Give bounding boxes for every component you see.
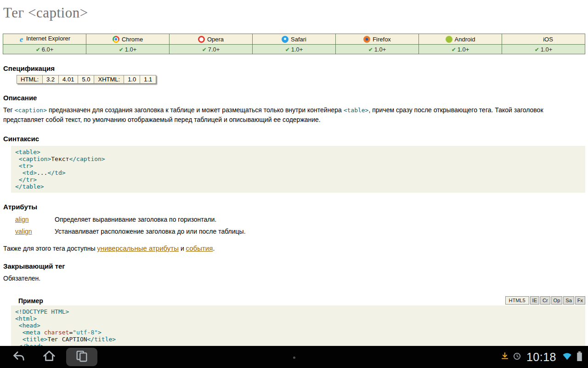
attribute-description: Определяет выравнивание заголовка по гор…: [55, 216, 216, 223]
note-text-part: Также для этого тега доступны: [3, 245, 97, 252]
link-universal-attributes[interactable]: универсальные атрибуты: [97, 244, 179, 252]
browser-name: iOS: [543, 36, 553, 43]
check-icon: ✔: [285, 46, 290, 53]
section-heading-example: Пример: [18, 297, 43, 305]
browser-header-chrome: Chrome: [86, 34, 170, 45]
home-button[interactable]: [34, 347, 64, 367]
inline-code-tag: <table>: [344, 107, 369, 114]
firefox-icon: [363, 36, 370, 43]
browser-header-safari: Safari: [253, 34, 336, 45]
spec-label: HTML:: [17, 75, 43, 84]
browser-header-android: Android: [419, 34, 502, 45]
example-code-block: <!DOCTYPE HTML><html> <head> <meta chars…: [11, 305, 585, 346]
browser-name: Firefox: [373, 36, 391, 43]
attributes-list: alignОпределяет выравнивание заголовка п…: [15, 216, 588, 235]
example-tab-ie[interactable]: IE: [530, 296, 539, 305]
specification-table: HTML:3.24.015.0XHTML:1.01.1: [17, 75, 156, 84]
version-label: 1.0+: [125, 46, 137, 53]
browser-versions-row: ✔6.0+✔1.0+✔7.0+✔1.0+✔1.0+✔1.0+✔1.0+: [3, 45, 585, 54]
version-label: 6.0+: [42, 46, 54, 53]
browser-names-row: Internet ExplorerChromeOperaSafariFirefo…: [3, 34, 585, 45]
syntax-code-line: <caption>Текст</caption>: [15, 155, 581, 162]
browser-version-ie: ✔6.0+: [3, 45, 86, 54]
syntax-code-line: <tr>: [15, 162, 581, 169]
nav-buttons: [0, 347, 97, 367]
browser-version-chrome: ✔1.0+: [86, 45, 170, 54]
version-label: 1.0+: [291, 46, 303, 53]
example-code-line: <title>Тег CAPTION</title>: [15, 336, 581, 343]
example-code-line: </head>: [15, 343, 581, 346]
browser-version-ios: ✔1.0+: [502, 45, 585, 54]
version-label: 1.0+: [374, 46, 386, 53]
section-heading-syntax: Синтаксис: [3, 135, 588, 143]
browser-version-safari: ✔1.0+: [253, 45, 336, 54]
browser-name: Safari: [291, 36, 306, 43]
recents-icon: [75, 349, 89, 365]
home-icon: [42, 349, 56, 365]
version-label: 7.0+: [208, 46, 220, 53]
spec-version: 4.01: [59, 75, 78, 84]
example-tabs: HTML5IECrOpSaFx: [504, 296, 585, 305]
page-scroll-area[interactable]: Тег <caption> Internet ExplorerChromeOpe…: [0, 0, 588, 346]
version-label: 1.0+: [541, 46, 553, 53]
browser-name: Internet Explorer: [26, 35, 70, 42]
inline-code-tag: <caption>: [15, 107, 47, 114]
status-clock: 10:18: [526, 351, 556, 364]
check-icon: ✔: [119, 46, 124, 53]
version-label: 1.0+: [458, 46, 469, 53]
note-text-part: и: [179, 245, 186, 252]
recents-button-highlight: [66, 348, 97, 366]
spec-label: XHTML:: [94, 75, 124, 84]
check-icon: ✔: [202, 46, 207, 53]
spec-version: 1.1: [140, 75, 156, 84]
spec-table-row: HTML:3.24.015.0XHTML:1.01.1: [17, 75, 156, 84]
apple-icon: [534, 36, 541, 43]
check-icon: ✔: [452, 46, 456, 53]
description-text-part: предназначен для создания заголовка к та…: [47, 106, 344, 114]
attr-link-valign[interactable]: valign: [15, 228, 55, 235]
example-code-line: <head>: [15, 322, 581, 329]
syntax-code-block: <table> <caption>Текст</caption> <tr> <t…: [11, 146, 585, 193]
page-title: Тег <caption>: [3, 5, 588, 21]
spec-version: 1.0: [124, 75, 140, 84]
browser-version-android: ✔1.0+: [419, 45, 502, 54]
example-code-line: <meta charset="utf-8">: [15, 329, 581, 336]
example-tab-op[interactable]: Op: [551, 296, 563, 305]
browser-header-ios: iOS: [502, 34, 585, 45]
check-icon: ✔: [36, 46, 40, 53]
browser-name: Chrome: [122, 36, 143, 43]
example-tab-sa[interactable]: Sa: [563, 296, 574, 305]
section-heading-description: Описание: [3, 94, 588, 102]
note-text-part: .: [213, 245, 215, 252]
browser-name: Opera: [207, 36, 224, 43]
section-heading-specification: Спецификация: [3, 64, 588, 72]
browser-version-firefox: ✔1.0+: [336, 45, 419, 54]
check-icon: ✔: [368, 46, 373, 53]
back-button[interactable]: [4, 347, 34, 367]
recents-button[interactable]: [68, 348, 95, 366]
example-tab-html5[interactable]: HTML5: [505, 296, 529, 305]
syntax-code-line: <table>: [15, 149, 581, 155]
example-code-line: <html>: [15, 315, 581, 322]
menu-dot-icon: [293, 356, 295, 359]
link-events[interactable]: события: [186, 244, 213, 252]
example-tab-cr[interactable]: Cr: [540, 296, 550, 305]
download-icon: [501, 352, 509, 362]
browser-header-ie: Internet Explorer: [3, 34, 86, 45]
clock-notification-icon: [513, 352, 521, 362]
browser-header-opera: Opera: [170, 34, 253, 45]
ie-icon: [19, 36, 24, 43]
status-area[interactable]: 10:18: [501, 351, 588, 364]
attr-link-align[interactable]: align: [15, 216, 55, 223]
syntax-code-line: </tr>: [15, 176, 581, 183]
example-tab-fx[interactable]: Fx: [575, 296, 585, 305]
description-text-part: Тег: [3, 106, 15, 114]
opera-icon: [198, 36, 205, 43]
attributes-note: Также для этого тега доступны универсаль…: [3, 244, 585, 252]
safari-icon: [282, 36, 288, 43]
syntax-code-line: <td>...</td>: [15, 169, 581, 176]
browser-support-table: Internet ExplorerChromeOperaSafariFirefo…: [3, 34, 585, 54]
example-header: Пример HTML5IECrOpSaFx: [0, 296, 585, 305]
battery-icon: [577, 351, 582, 363]
attribute-row: valignУстанавливает расположение заголов…: [15, 228, 588, 235]
